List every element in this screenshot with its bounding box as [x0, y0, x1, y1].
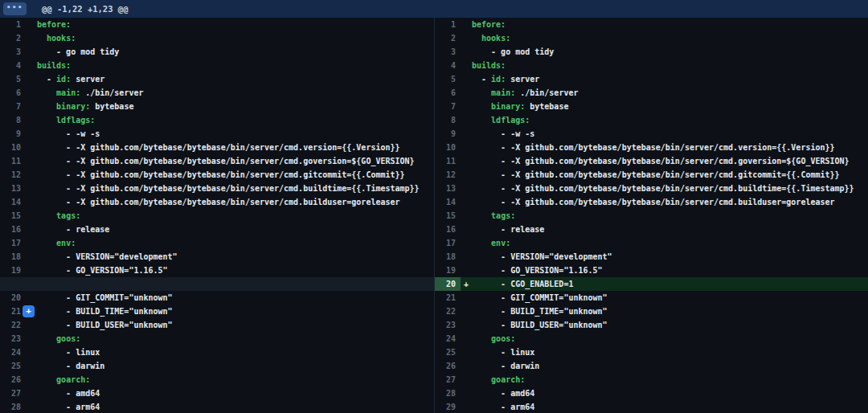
code-line: builds: — [472, 59, 868, 72]
code-line: ldflags: — [37, 113, 434, 127]
diff-row: 15 tags: — [435, 209, 868, 223]
diff-row: 16 - release — [0, 223, 434, 236]
yaml-text: - CGO_ENABLED=1 — [472, 280, 573, 288]
line-number: 15 — [435, 209, 461, 223]
code-line: - -w -s — [472, 127, 868, 141]
diff-row: 4builds: — [435, 59, 868, 72]
diff-row: 25 - darwin — [0, 359, 434, 373]
yaml-text: - BUILD_USER="unknown" — [37, 321, 173, 329]
diff-row: 22 - BUILD_USER="unknown" — [0, 318, 434, 332]
yaml-key: builds: — [472, 61, 506, 70]
line-number: 12 — [0, 168, 26, 182]
yaml-text — [472, 239, 491, 247]
line-number: 28 — [435, 386, 461, 400]
code-line: - BUILD_USER="unknown" — [37, 318, 434, 332]
code-line: - -X github.com/bytebase/bytebase/bin/se… — [37, 168, 434, 182]
yaml-key: id: — [491, 75, 506, 84]
line-number: 27 — [435, 373, 461, 386]
code-line: - amd64 — [37, 386, 434, 400]
code-line: - arm64 — [37, 400, 434, 413]
add-comment-button[interactable]: + — [23, 305, 35, 317]
yaml-text: - release — [472, 225, 544, 234]
line-number: 18 — [435, 250, 461, 264]
line-number: 7 — [0, 100, 26, 113]
line-number: 15 — [0, 209, 26, 223]
diff-marker — [26, 195, 37, 209]
diff-marker — [26, 168, 37, 182]
diff-row: 8 ldflags: — [0, 113, 434, 127]
yaml-key: before: — [472, 20, 506, 29]
diff-row: 27 goarch: — [435, 373, 868, 386]
yaml-text: - -X github.com/bytebase/bytebase/bin/se… — [37, 143, 400, 152]
diff-row: 14 - -X github.com/bytebase/bytebase/bin… — [0, 195, 434, 209]
code-line: - BUILD_USER="unknown" — [472, 318, 868, 332]
diff-marker — [461, 113, 472, 127]
yaml-key: goarch: — [56, 375, 90, 384]
yaml-text: - go mod tidy — [472, 47, 554, 56]
yaml-text: - darwin — [472, 362, 539, 370]
yaml-text: - -w -s — [37, 129, 100, 138]
line-number: 11 — [0, 154, 26, 168]
line-number: 20 — [435, 277, 461, 291]
yaml-text: - amd64 — [472, 389, 534, 398]
diff-pane-old: 1before:2 hooks:3 - go mod tidy4builds:5… — [0, 18, 434, 413]
yaml-text: - BUILD_TIME="unknown" — [472, 307, 608, 316]
diff-row: 3 - go mod tidy — [0, 45, 434, 59]
line-number: 3 — [0, 45, 26, 59]
diff-row: 17 env: — [0, 236, 434, 250]
added-line-marker: + — [461, 277, 472, 291]
line-number: 9 — [0, 127, 26, 141]
diff-row: 2 hooks: — [435, 31, 868, 45]
diff-marker — [461, 168, 472, 182]
line-number: 29 — [435, 400, 461, 413]
diff-row: 14 - -X github.com/bytebase/bytebase/bin… — [435, 195, 868, 209]
yaml-text — [37, 375, 56, 384]
line-number: 8 — [0, 113, 26, 127]
diff-marker — [26, 113, 37, 127]
yaml-text — [37, 102, 56, 111]
expand-diff-button[interactable]: ••• — [3, 2, 27, 15]
code-line: - amd64 — [472, 386, 868, 400]
code-line: - VERSION="development" — [37, 250, 434, 264]
diff-row: 13 - -X github.com/bytebase/bytebase/bin… — [0, 182, 434, 195]
yaml-text: bytebase — [90, 102, 133, 111]
diff-row: 18 - VERSION="development" — [435, 250, 868, 264]
yaml-key: ldflags: — [491, 116, 530, 125]
yaml-text: - VERSION="development" — [472, 252, 612, 261]
yaml-text: - GO_VERSION="1.16.5" — [472, 266, 603, 275]
code-line: hooks: — [472, 31, 868, 45]
diff-marker — [461, 332, 472, 346]
diff-row: 8 ldflags: — [435, 113, 868, 127]
yaml-text: server — [71, 75, 104, 84]
line-number: 16 — [435, 223, 461, 236]
code-line: - id: server — [37, 72, 434, 86]
code-line: builds: — [37, 59, 434, 72]
yaml-key: goos: — [56, 334, 80, 343]
yaml-key: id: — [56, 75, 71, 84]
diff-marker — [461, 400, 472, 413]
yaml-key: env: — [491, 239, 510, 247]
diff-marker — [26, 386, 37, 400]
yaml-text — [37, 334, 56, 343]
yaml-text: - arm64 — [37, 403, 100, 411]
diff-marker — [461, 359, 472, 373]
yaml-text: bytebase — [525, 102, 568, 111]
diff-row: 23 goos: — [0, 332, 434, 346]
code-line: - darwin — [37, 359, 434, 373]
yaml-text — [472, 211, 491, 220]
line-number: 22 — [0, 318, 26, 332]
yaml-text — [37, 116, 56, 125]
line-number: 6 — [435, 86, 461, 100]
code-line: - GIT_COMMIT="unknown" — [472, 291, 868, 305]
yaml-text: - -X github.com/bytebase/bytebase/bin/se… — [37, 157, 415, 166]
diff-marker — [461, 182, 472, 195]
diff-row: 26 goarch: — [0, 373, 434, 386]
code-line: - BUILD_TIME="unknown" — [472, 305, 868, 318]
code-line: - GO_VERSION="1.16.5" — [37, 264, 434, 277]
code-line: - -X github.com/bytebase/bytebase/bin/se… — [472, 154, 868, 168]
diff-row: 10 - -X github.com/bytebase/bytebase/bin… — [435, 141, 868, 154]
line-number: 19 — [0, 264, 26, 277]
yaml-text: - -X github.com/bytebase/bytebase/bin/se… — [472, 198, 835, 206]
code-line: - BUILD_TIME="unknown" — [37, 305, 434, 318]
code-line: - -X github.com/bytebase/bytebase/bin/se… — [37, 182, 434, 195]
